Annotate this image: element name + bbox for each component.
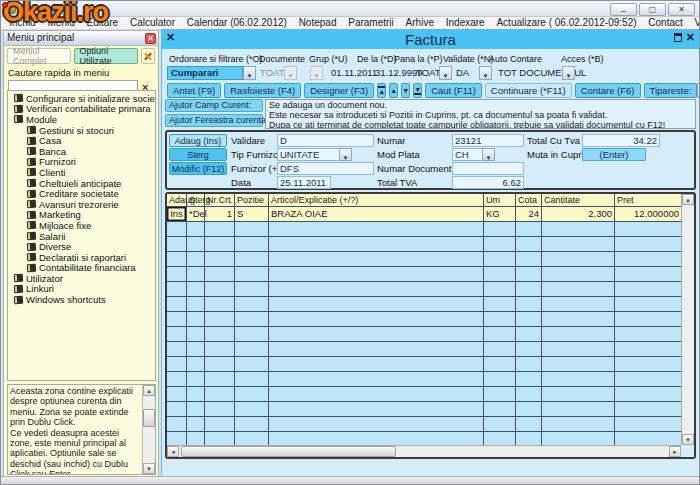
- caut-button[interactable]: Caut (F11): [425, 83, 482, 98]
- mod-plata-select[interactable]: CH: [452, 148, 482, 161]
- nav-down-icon[interactable]: [401, 83, 410, 98]
- tree-item[interactable]: Furnizori: [8, 157, 155, 168]
- column-header[interactable]: Articol/Explicatie (+/?): [269, 194, 484, 206]
- menu-item[interactable]: Parametrii: [348, 17, 394, 28]
- table-empty-row[interactable]: [167, 387, 681, 402]
- sterg-button[interactable]: Sterg (Ctrl+Del): [169, 148, 227, 161]
- tree-item[interactable]: Configurare si initializare societate: [8, 93, 155, 104]
- dropdown-arrow-icon[interactable]: [243, 66, 256, 80]
- dropdown-arrow-icon[interactable]: [439, 66, 452, 80]
- scroll-up-icon[interactable]: [143, 385, 155, 396]
- close-icon[interactable]: [166, 31, 175, 44]
- data-field[interactable]: 25.11.2011: [277, 176, 331, 189]
- table-cell[interactable]: S: [235, 207, 269, 221]
- table-cell[interactable]: BRAZA OIAE: [269, 207, 484, 221]
- tree-item[interactable]: Marketing: [8, 210, 155, 221]
- tree-item[interactable]: Clienti: [8, 167, 155, 178]
- de-la-field[interactable]: 01.11.2011: [331, 66, 377, 80]
- tip-furnizor-select[interactable]: UNITATE: [277, 148, 339, 161]
- tools-button[interactable]: [141, 48, 155, 64]
- column-header[interactable]: Cota: [516, 194, 542, 206]
- muta-in-cuprins-button[interactable]: (Enter): [582, 148, 646, 161]
- table-empty-row[interactable]: [167, 312, 681, 327]
- dropdown-arrow-icon[interactable]: [482, 148, 495, 161]
- rasfoieste-button[interactable]: Rasfoieste (F4): [224, 83, 301, 98]
- tree-item[interactable]: Utilizator: [8, 273, 155, 284]
- tree-item[interactable]: Module: [8, 114, 155, 125]
- menu-item[interactable]: Contact: [648, 17, 682, 28]
- table-cell[interactable]: *Del: [187, 207, 205, 221]
- minimize-icon[interactable]: [610, 3, 637, 16]
- table-empty-row[interactable]: [167, 267, 681, 282]
- designer-button[interactable]: Designer (F3): [304, 83, 374, 98]
- table-empty-row[interactable]: [167, 372, 681, 387]
- dropdown-arrow-icon[interactable]: [339, 148, 352, 161]
- tree-item[interactable]: Linkuri: [8, 284, 155, 295]
- tree-item[interactable]: Declaratii si raportari: [8, 252, 155, 263]
- scroll-up-icon[interactable]: [682, 194, 694, 205]
- table-cell[interactable]: 1: [205, 207, 235, 221]
- table-empty-row[interactable]: [167, 342, 681, 357]
- tree-item[interactable]: Gestiuni si stocuri: [8, 125, 155, 136]
- table-horizontal-scrollbar[interactable]: [167, 445, 681, 457]
- dropdown-arrow-icon[interactable]: [479, 66, 492, 80]
- full-menu-button[interactable]: Meniul Complet: [7, 48, 71, 64]
- table-empty-row[interactable]: [167, 402, 681, 417]
- table-cell[interactable]: Ins: [167, 207, 187, 221]
- tree-item[interactable]: Verificari contabilitate primara: [8, 104, 155, 115]
- used-options-button[interactable]: Optiuni Utilizate: [74, 48, 138, 64]
- nav-up-icon[interactable]: [389, 83, 398, 98]
- menu-item[interactable]: Calculator: [130, 17, 175, 28]
- tree-item[interactable]: Windows shortcuts: [8, 294, 155, 305]
- tree-item[interactable]: Contabilitate financiara: [8, 263, 155, 274]
- nav-last-icon[interactable]: [413, 83, 422, 98]
- table-empty-row[interactable]: [167, 327, 681, 342]
- column-header[interactable]: Um: [484, 194, 516, 206]
- column-header[interactable]: Sterg: [187, 194, 205, 206]
- table-cell[interactable]: 2.300: [542, 207, 615, 221]
- adaug-button[interactable]: Adaug (Ins): [169, 134, 227, 147]
- tree-item[interactable]: Cheltuieli anticipate: [8, 178, 155, 189]
- menu-item[interactable]: View LogFile: [695, 17, 700, 28]
- close-icon[interactable]: [686, 32, 695, 43]
- table-vertical-scrollbar[interactable]: [681, 194, 694, 445]
- table-empty-row[interactable]: [167, 222, 681, 237]
- tree-item[interactable]: Casa: [8, 135, 155, 146]
- tree-item[interactable]: Creditare societate: [8, 188, 155, 199]
- table-empty-row[interactable]: [167, 297, 681, 312]
- description-scrollbar[interactable]: [142, 385, 155, 474]
- scroll-down-icon[interactable]: [682, 434, 694, 445]
- menu-item[interactable]: Actualizare ( 06.02.2012-09:52): [496, 17, 636, 28]
- table-empty-row[interactable]: [167, 252, 681, 267]
- tree-item[interactable]: Banca: [8, 146, 155, 157]
- scrollbar-thumb[interactable]: [181, 446, 396, 457]
- restore-icon[interactable]: [674, 33, 682, 42]
- dropdown-arrow-icon[interactable]: [562, 66, 575, 80]
- tree-item[interactable]: Mijloace fixe: [8, 220, 155, 231]
- table-empty-row[interactable]: [167, 282, 681, 297]
- tree-item[interactable]: Diverse: [8, 241, 155, 252]
- auto-contare-select[interactable]: DA: [456, 66, 469, 80]
- furnizor-field[interactable]: DFS: [277, 162, 374, 175]
- nav-first-icon[interactable]: [377, 83, 386, 98]
- table-empty-row[interactable]: [167, 357, 681, 372]
- modific-button[interactable]: Modific (F12): [169, 162, 227, 175]
- contare-button[interactable]: Contare (F6): [575, 83, 641, 98]
- column-header[interactable]: Pret: [615, 194, 681, 206]
- antet-button[interactable]: Antet (F9): [167, 83, 221, 98]
- column-header[interactable]: Cantitate: [542, 194, 615, 206]
- column-header[interactable]: Pozitie: [235, 194, 269, 206]
- sidebar-close-icon[interactable]: [145, 33, 156, 44]
- column-header[interactable]: Adaug: [167, 194, 187, 206]
- menu-item[interactable]: Indexare: [446, 17, 485, 28]
- scroll-left-icon[interactable]: [167, 446, 179, 457]
- tree-item[interactable]: Avansuri trezorerie: [8, 199, 155, 210]
- numar-field[interactable]: 23121: [452, 134, 524, 147]
- numar-doc-plata-field[interactable]: [452, 162, 524, 175]
- table-empty-row[interactable]: [167, 417, 681, 432]
- table-cell[interactable]: 12.000000: [615, 207, 681, 221]
- maximize-icon[interactable]: [639, 3, 666, 16]
- table-cell[interactable]: 24: [516, 207, 542, 221]
- validare-field[interactable]: D: [277, 134, 374, 147]
- close-icon[interactable]: [668, 3, 695, 16]
